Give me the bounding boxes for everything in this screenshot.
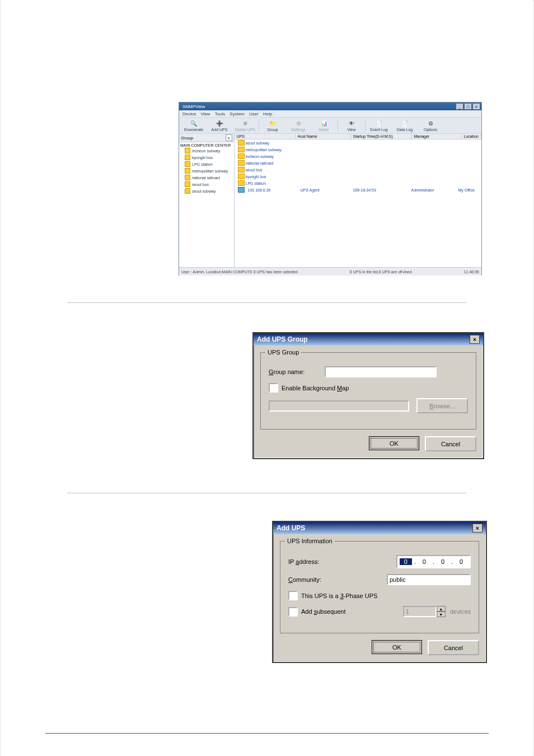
- tb-group[interactable]: 📁Group: [260, 120, 285, 132]
- chevron-up-icon: ▲: [437, 606, 446, 612]
- main-app-window: SNMPView _ □ × Device View Tools System …: [179, 102, 482, 276]
- fieldset-legend: UPS Group: [265, 349, 301, 356]
- menu-user[interactable]: User: [249, 111, 259, 116]
- col-host[interactable]: Host Name: [296, 134, 351, 139]
- folder-icon: 📁: [269, 120, 277, 128]
- group-name-label: Group name:: [269, 368, 325, 375]
- folder-icon: [238, 174, 245, 179]
- group-name-input[interactable]: [325, 366, 437, 377]
- delete-icon: ✖: [241, 120, 249, 128]
- add-subsequent-checkbox[interactable]: [288, 607, 298, 617]
- community-input[interactable]: [387, 574, 471, 585]
- folder-icon: [238, 160, 245, 166]
- sidebar-close-icon[interactable]: ×: [226, 134, 232, 141]
- log-icon: 📄: [375, 120, 383, 128]
- meter-icon: 📊: [320, 120, 328, 128]
- three-phase-label: This UPS is a 3-Phase UPS: [301, 592, 377, 599]
- tree-item[interactable]: national railroad: [180, 174, 233, 181]
- folder-row[interactable]: kyungki bus: [235, 173, 481, 180]
- plus-icon: ➕: [216, 120, 223, 128]
- separator: [365, 119, 366, 132]
- menu-view[interactable]: View: [200, 111, 210, 116]
- tree-item[interactable]: metropolitan subway: [180, 167, 233, 174]
- enable-map-checkbox[interactable]: [269, 383, 278, 393]
- maximize-button[interactable]: □: [464, 103, 472, 110]
- tb-addups[interactable]: ➕Add UPS: [207, 120, 232, 132]
- tree-item[interactable]: seoul subway: [180, 188, 233, 194]
- tb-view[interactable]: 👁View: [339, 120, 364, 132]
- close-button[interactable]: ×: [472, 103, 480, 110]
- status-mid: 0 UPS in the list,0 UPS are off-lined.: [350, 270, 413, 274]
- ups-info-fieldset: UPS Information IP address: 0. 0. 0. 0 C…: [280, 541, 479, 633]
- minimize-button[interactable]: _: [456, 103, 463, 110]
- column-headers: UPS Host Name Startup Time(D-H:M:S) Mana…: [235, 134, 481, 139]
- ok-button[interactable]: OK: [369, 436, 419, 450]
- tree-item[interactable]: seoul bus: [180, 181, 233, 188]
- folder-row[interactable]: seoul bus: [235, 166, 481, 173]
- tree-root[interactable]: MAIN COMPUTER CENTER: [180, 143, 233, 147]
- ok-button[interactable]: OK: [372, 640, 422, 654]
- close-icon[interactable]: ×: [472, 524, 483, 533]
- col-ups[interactable]: UPS: [235, 134, 296, 139]
- menu-bar: Device View Tools System User Help: [179, 110, 481, 117]
- browse-button: Browse...: [416, 398, 468, 413]
- status-left: User : Admin. Location:MAIN COMPUTE 0 UP…: [181, 270, 299, 274]
- separator: [68, 493, 466, 493]
- menu-system[interactable]: System: [229, 111, 245, 116]
- separator: [338, 119, 338, 132]
- dialog-title-bar: Add UPS ×: [273, 522, 486, 534]
- subsequent-count-input: [403, 606, 437, 617]
- folder-icon: [238, 140, 245, 146]
- folder-icon: [185, 155, 190, 160]
- gear-icon: ⚙: [427, 120, 434, 128]
- cancel-button[interactable]: Cancel: [428, 640, 479, 655]
- three-phase-checkbox[interactable]: [288, 591, 298, 600]
- col-start[interactable]: Startup Time(D-H:M:S): [351, 134, 412, 139]
- enable-map-label: Enable Background Map: [282, 385, 349, 391]
- col-location[interactable]: Location: [462, 134, 481, 139]
- add-ups-group-dialog: Add UPS Group × UPS Group Group name: En…: [252, 332, 484, 459]
- add-ups-dialog: Add UPS × UPS Information IP address: 0.…: [272, 521, 487, 663]
- menu-tools[interactable]: Tools: [215, 111, 226, 116]
- folder-row[interactable]: metropolitan subway: [235, 146, 481, 153]
- dialog-title: Add UPS: [277, 524, 305, 532]
- folder-icon: [185, 188, 190, 194]
- folder-icon: [238, 180, 245, 186]
- folder-row[interactable]: seoul subway: [235, 139, 481, 146]
- fieldset-legend: UPS Information: [285, 538, 335, 544]
- tb-enumerate[interactable]: 🔍Enumerate: [181, 120, 206, 132]
- folder-icon: [185, 181, 190, 187]
- ups-row[interactable]: 192.168.0.36 UPS Agent 109-18:34:53 Admi…: [235, 186, 481, 193]
- tree-item[interactable]: kyungki bus: [180, 154, 233, 161]
- folder-row[interactable]: LPG station: [235, 180, 481, 186]
- menu-help[interactable]: Help: [263, 111, 272, 116]
- folder-icon: [238, 153, 245, 159]
- folder-row[interactable]: incheon subway: [235, 153, 481, 160]
- col-manager[interactable]: Manager: [412, 134, 462, 139]
- sidebar-header: Group ×: [179, 134, 234, 142]
- tb-deleteups: ✖Delete UPS: [233, 120, 257, 132]
- search-icon: 🔍: [190, 120, 198, 128]
- tb-meter: 📊Meter: [312, 120, 336, 132]
- eye-icon: 👁: [348, 120, 355, 128]
- dialog-title-bar: Add UPS Group ×: [254, 333, 483, 346]
- dialog-title: Add UPS Group: [257, 335, 308, 343]
- tree-item[interactable]: LPG station: [180, 161, 233, 167]
- tb-eventlog[interactable]: 📄Event Log: [367, 120, 391, 132]
- footer-rule: [45, 733, 489, 734]
- tb-datalog[interactable]: 📄Data Log: [392, 120, 417, 132]
- tb-settings: ⚙Settings: [286, 120, 311, 132]
- map-path-input: [269, 400, 409, 412]
- title-bar: SNMPView _ □ ×: [179, 102, 481, 110]
- ip-address-input[interactable]: 0. 0. 0. 0: [396, 555, 471, 568]
- folder-row[interactable]: national railroad: [235, 160, 481, 166]
- tree-item[interactable]: incheon subway: [180, 147, 233, 154]
- list-rows: seoul subway metropolitan subway incheon…: [235, 139, 481, 267]
- devices-label: devices: [450, 608, 471, 615]
- close-icon[interactable]: ×: [470, 335, 480, 344]
- tb-options[interactable]: ⚙Options: [418, 120, 443, 132]
- menu-device[interactable]: Device: [182, 111, 196, 116]
- chevron-down-icon: ▼: [437, 612, 446, 617]
- count-spinner: ▲▼: [437, 606, 446, 617]
- cancel-button[interactable]: Cancel: [425, 436, 476, 451]
